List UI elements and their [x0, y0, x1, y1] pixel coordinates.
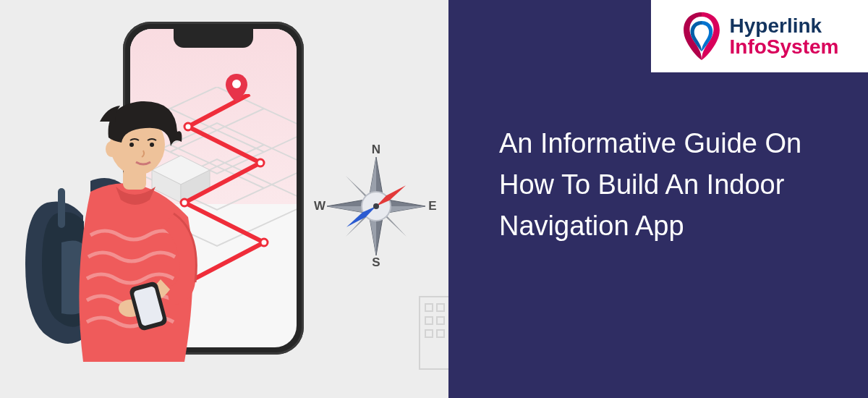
svg-rect-35: [58, 188, 65, 228]
title-pane: Hyperlink InfoSystem An Informative Guid…: [448, 0, 868, 398]
svg-point-4: [232, 80, 241, 88]
brand-logo: Hyperlink InfoSystem: [651, 0, 868, 72]
backpack-icon: [25, 188, 87, 344]
compass-e-label: E: [425, 199, 440, 213]
location-pin-icon: [226, 74, 247, 103]
svg-point-38: [106, 141, 117, 157]
svg-point-3: [260, 239, 268, 246]
svg-rect-9: [437, 317, 444, 324]
svg-point-1: [257, 159, 264, 166]
compass-icon: [318, 148, 434, 264]
svg-rect-10: [425, 330, 433, 337]
svg-rect-6: [425, 304, 433, 311]
promo-banner: N S E W: [0, 0, 868, 398]
logo-text: Hyperlink InfoSystem: [730, 15, 839, 58]
compass-n-label: N: [369, 143, 383, 157]
compass-rose: N S E W: [318, 148, 434, 264]
svg-point-39: [129, 143, 134, 147]
compass-s-label: S: [369, 255, 383, 270]
logo-mark-icon: [681, 11, 723, 62]
person-illustration: [22, 94, 224, 384]
svg-point-40: [150, 143, 154, 147]
logo-word-1: Hyperlink: [730, 15, 839, 36]
banner-heading: An Informative Guide On How To Build An …: [499, 123, 832, 247]
illustration-pane: N S E W: [0, 0, 448, 398]
logo-word-2: InfoSystem: [730, 36, 839, 57]
compass-w-label: W: [312, 199, 327, 213]
buildings-icon: [412, 261, 448, 376]
svg-rect-8: [425, 317, 433, 324]
phone-notch: [174, 29, 253, 48]
svg-rect-11: [437, 330, 444, 337]
svg-point-34: [373, 203, 379, 209]
svg-rect-7: [437, 304, 444, 311]
